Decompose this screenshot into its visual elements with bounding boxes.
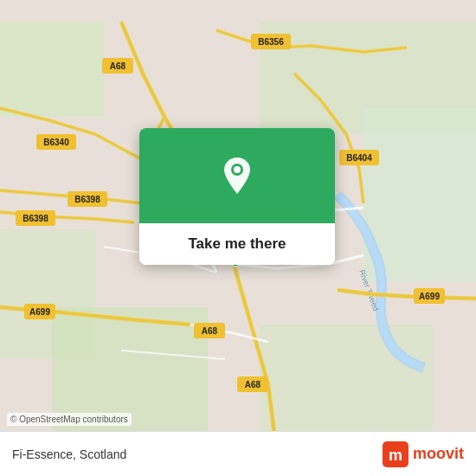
svg-text:m: m — [389, 447, 402, 464]
svg-text:A68: A68 — [202, 326, 218, 336]
location-pin-icon — [214, 152, 261, 199]
svg-point-31 — [234, 166, 241, 173]
take-me-there-button[interactable]: Take me there — [139, 223, 335, 265]
popup-card: Take me there — [139, 128, 335, 265]
svg-text:A699: A699 — [419, 292, 440, 301]
bottom-bar: Fi-Essence, Scotland m moovit — [0, 431, 476, 476]
copyright-text: © OpenStreetMap contributors — [7, 413, 132, 426]
location-label: Fi-Essence, Scotland — [12, 447, 126, 461]
svg-text:B6398: B6398 — [74, 195, 100, 204]
svg-text:B6356: B6356 — [258, 37, 284, 47]
popup-green-header — [139, 128, 335, 223]
svg-rect-1 — [0, 22, 104, 117]
moovit-logo: m moovit — [383, 441, 464, 467]
svg-text:A699: A699 — [29, 307, 50, 317]
moovit-logo-icon: m — [383, 441, 408, 467]
svg-text:B6340: B6340 — [43, 138, 69, 147]
svg-text:B6404: B6404 — [346, 153, 372, 163]
svg-text:A68: A68 — [245, 380, 261, 389]
map-container: River Tweed A68 — [0, 0, 476, 476]
moovit-text: moovit — [413, 445, 464, 463]
svg-text:B6398: B6398 — [23, 214, 48, 223]
svg-text:A68: A68 — [110, 61, 126, 71]
